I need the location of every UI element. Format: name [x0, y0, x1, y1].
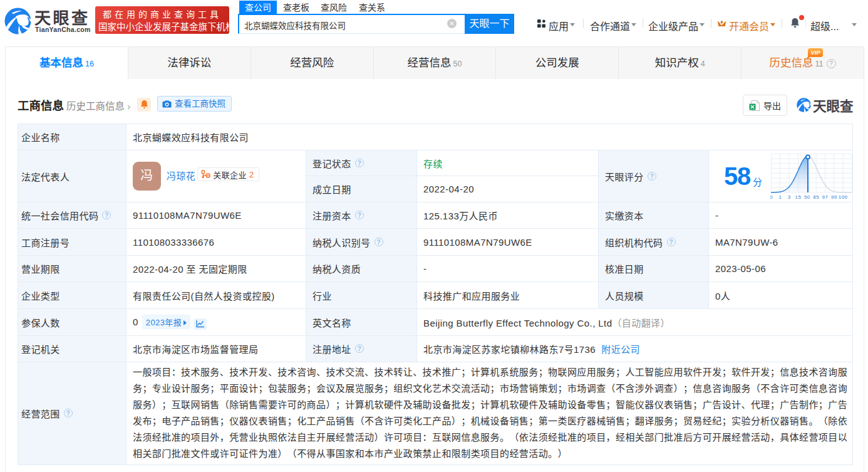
svg-text:97: 97	[822, 194, 829, 199]
svg-text:15: 15	[795, 194, 802, 199]
svg-text:85: 85	[813, 194, 819, 199]
svg-text:100: 100	[839, 194, 848, 199]
svg-text:99: 99	[831, 194, 837, 199]
svg-text:3: 3	[788, 194, 791, 199]
svg-text:1: 1	[778, 194, 782, 199]
svg-text:0: 0	[770, 194, 773, 199]
svg-text:50: 50	[804, 194, 810, 199]
